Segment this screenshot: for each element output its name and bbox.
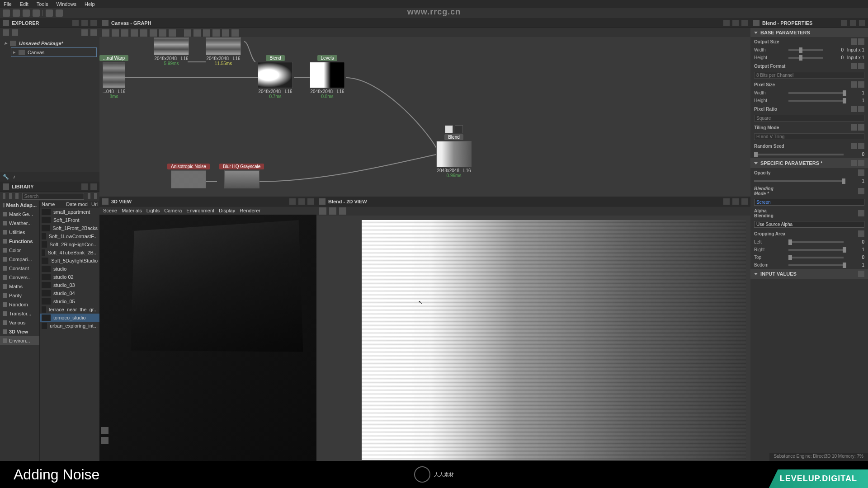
flow-icon[interactable] <box>184 29 191 37</box>
node-blend2[interactable]: Blend 2048x2048 - L16 0.96ms <box>436 125 472 178</box>
lib-item[interactable]: urban_exploring_int... <box>40 322 99 330</box>
wand-icon[interactable] <box>212 29 220 37</box>
viewport-2d[interactable]: 2048 x 2048 (Grayscale, 16bpc) ↖ <box>316 216 750 478</box>
crop-bottom-slider[interactable] <box>788 264 844 266</box>
width-slider[interactable] <box>788 49 823 51</box>
open-icon[interactable] <box>23 9 30 17</box>
node-aniso[interactable]: Anisotropic Noise <box>167 164 210 188</box>
node-graph[interactable]: ...nal Warp ...048 - L16 8ms 2048x2048 -… <box>99 37 750 197</box>
camera-gizmo-icon[interactable] <box>101 427 108 434</box>
reset-icon[interactable] <box>858 63 864 69</box>
pin-icon[interactable] <box>723 20 730 26</box>
move-icon[interactable] <box>112 29 119 37</box>
link-icon[interactable] <box>851 38 857 45</box>
lib-item[interactable]: studio 02 <box>40 273 99 281</box>
zoom-icon[interactable] <box>140 29 147 37</box>
px-width-slider[interactable] <box>788 92 844 94</box>
link-icon[interactable] <box>12 29 18 36</box>
menu-tools[interactable]: Tools <box>37 1 48 7</box>
close-icon[interactable] <box>859 20 865 26</box>
blend-mode-select[interactable]: Screen <box>754 199 864 206</box>
list-icon[interactable] <box>94 193 97 199</box>
view3d-display[interactable]: Display <box>219 208 235 213</box>
lib-item[interactable]: studio_03 <box>40 281 99 289</box>
node-1[interactable]: 2048x2048 - L16 5.99ms <box>154 37 189 66</box>
reset-icon[interactable] <box>858 169 864 176</box>
view3d-scene[interactable]: Scene <box>103 208 117 213</box>
view3d-camera[interactable]: Camera <box>164 208 182 213</box>
ratio-select[interactable]: Square <box>754 115 864 122</box>
pin-icon[interactable] <box>289 198 296 205</box>
reset-icon[interactable] <box>858 106 864 112</box>
filter-icon[interactable] <box>88 193 90 199</box>
lib-category[interactable]: Mask Ge... <box>0 210 39 219</box>
maximize-icon[interactable] <box>732 20 739 26</box>
lib-item[interactable]: terrace_near_the_gr... <box>40 305 99 314</box>
crop-right-slider[interactable] <box>788 249 844 251</box>
close-icon[interactable] <box>741 198 748 205</box>
lib-category[interactable]: Weather... <box>0 219 39 228</box>
node-blend1[interactable]: Blend 2048x2048 - L16 0.7ms <box>258 55 293 99</box>
select-icon[interactable] <box>102 29 109 37</box>
package-item[interactable]: ▸ Unsaved Package* <box>3 39 97 47</box>
refresh-icon[interactable] <box>203 29 210 37</box>
menu-icon[interactable] <box>858 160 864 166</box>
close-icon[interactable] <box>90 183 97 190</box>
link-icon[interactable] <box>851 124 857 131</box>
crop-icon[interactable] <box>222 29 229 37</box>
menu-file[interactable]: File <box>4 1 12 7</box>
lib-category[interactable]: Convers... <box>0 273 39 282</box>
library-search[interactable] <box>22 193 84 200</box>
node-warp[interactable]: ...nal Warp ...048 - L16 8ms <box>99 55 128 99</box>
tiling-select[interactable]: H and V Tiling <box>754 133 864 140</box>
lib-category[interactable]: Utilities <box>0 228 39 237</box>
pin-icon[interactable] <box>723 198 730 205</box>
viewport-3d[interactable] <box>99 215 316 488</box>
specific-parameters-header[interactable]: SPECIFIC PARAMETERS * <box>750 158 868 168</box>
edit-icon[interactable] <box>15 193 18 199</box>
crop-left-slider[interactable] <box>788 241 844 243</box>
lib-category[interactable]: Constant <box>0 264 39 273</box>
new-icon[interactable] <box>3 29 9 36</box>
link-icon[interactable] <box>851 81 857 88</box>
link-icon[interactable] <box>851 143 857 149</box>
home-icon[interactable] <box>3 9 10 17</box>
save-icon[interactable] <box>33 9 40 17</box>
reset-icon[interactable] <box>858 38 864 45</box>
reset-icon[interactable] <box>858 230 864 237</box>
camera-icon[interactable] <box>121 29 128 37</box>
align-icon[interactable] <box>159 29 166 37</box>
lib-item[interactable]: Soft_4TubeBank_2B... <box>40 249 99 257</box>
collapse-icon[interactable] <box>81 29 88 36</box>
base-parameters-header[interactable]: BASE PARAMETERS <box>750 28 868 37</box>
lib-category[interactable]: Mesh Adap... <box>0 201 39 210</box>
maximize-icon[interactable] <box>81 20 88 26</box>
open-icon[interactable] <box>319 207 326 215</box>
view3d-renderer[interactable]: Renderer <box>240 208 260 213</box>
brush-icon[interactable] <box>9 193 12 199</box>
fit-icon[interactable] <box>150 29 157 37</box>
opacity-slider[interactable] <box>754 180 844 182</box>
lib-item[interactable]: Soft_1Front <box>40 216 99 224</box>
format-select[interactable]: 8 Bits per Channel <box>754 72 864 79</box>
link-icon[interactable] <box>851 106 857 112</box>
node-levels[interactable]: Levels 2048x2048 - L16 0.8ms <box>310 55 345 99</box>
lib-category[interactable]: 3D View <box>0 327 39 336</box>
maximize-icon[interactable] <box>81 183 88 190</box>
node-blur[interactable]: Blur HQ Grayscale <box>219 164 264 188</box>
node-2[interactable]: 2048x2048 - L16 11.55ms <box>206 37 241 66</box>
reset-icon[interactable] <box>858 188 864 194</box>
lib-item[interactable]: Soft_1LowContrastF... <box>40 232 99 240</box>
pin-icon[interactable] <box>841 20 847 26</box>
info-icon[interactable] <box>131 29 138 37</box>
graph-item[interactable]: ▸ Canvas <box>11 47 97 57</box>
lib-category[interactable]: Various <box>0 318 39 327</box>
lib-item[interactable]: studio_04 <box>40 289 99 297</box>
lib-category[interactable]: Functions <box>0 237 39 246</box>
undo-icon[interactable] <box>46 9 53 17</box>
view-3d-icon[interactable] <box>445 125 453 133</box>
alpha-select[interactable]: Use Source Alpha <box>754 221 864 228</box>
lib-category[interactable]: Parity <box>0 291 39 300</box>
lib-item[interactable]: Soft_1Front_2Backs <box>40 224 99 232</box>
lib-item[interactable]: tomoco_studio <box>40 314 99 322</box>
